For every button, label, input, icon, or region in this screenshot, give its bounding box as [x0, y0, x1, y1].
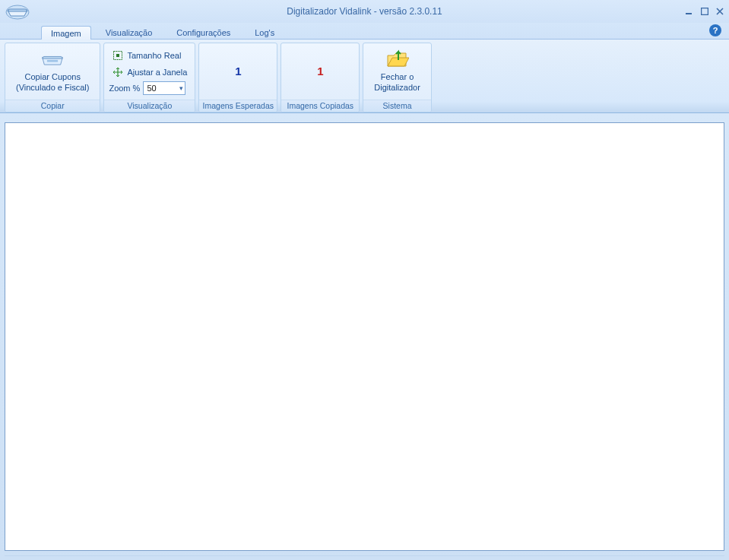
image-canvas[interactable] [5, 122, 724, 551]
svg-rect-3 [47, 60, 58, 62]
zoom-select[interactable]: 50 ▾ [143, 81, 185, 95]
maximize-button[interactable] [700, 7, 709, 16]
help-icon[interactable]: ? [709, 24, 721, 36]
ajustar-janela-button[interactable]: Ajustar a Janela [109, 65, 190, 80]
svg-rect-1 [686, 13, 692, 14]
dropdown-arrow-icon: ▾ [179, 84, 183, 92]
imagens-copiadas-count: 1 [286, 54, 354, 88]
group-imagens-copiadas: 1 Imagens Copiadas [281, 43, 360, 112]
group-copiar: Copiar Cupons (Vinculado e Fiscal) Copia… [5, 43, 100, 112]
content-area [0, 113, 729, 561]
fit-window-icon [112, 66, 124, 78]
app-icon[interactable] [5, 2, 30, 21]
group-visualizacao: Tamanho Real Ajustar a Janela Zoom % 50 [103, 43, 195, 112]
ribbon: Copiar Cupons (Vinculado e Fiscal) Copia… [0, 40, 729, 113]
tabs-row: Imagem Visualização Configurações Log's … [0, 23, 729, 40]
tamanho-real-button[interactable]: Tamanho Real [109, 48, 190, 63]
window-controls [685, 7, 724, 16]
zoom-row: Zoom % 50 ▾ [109, 81, 190, 95]
copiar-cupons-label-2: (Vinculado e Fiscal) [16, 83, 89, 93]
group-copiar-label: Copiar [5, 100, 100, 112]
tab-visualizacao[interactable]: Visualização [96, 25, 163, 39]
imagens-esperadas-count: 1 [204, 54, 272, 88]
tab-configuracoes[interactable]: Configurações [166, 25, 240, 39]
fechar-label-1: Fechar o [374, 72, 420, 83]
close-button[interactable] [715, 7, 724, 16]
fechar-digitalizador-button[interactable]: Fechar o Digitalizador [368, 46, 426, 96]
tab-logs[interactable]: Log's [245, 25, 284, 39]
fechar-label-2: Digitalizador [374, 83, 420, 93]
group-imagens-copiadas-label: Imagens Copiadas [281, 100, 359, 112]
title-bar: Digitalizador Vidalink - versão 2.3.0.11 [0, 0, 729, 23]
copiar-cupons-label-1: Copiar Cupons [16, 72, 89, 83]
group-sistema-label: Sistema [363, 100, 431, 112]
minimize-button[interactable] [685, 7, 694, 16]
svg-rect-5 [116, 54, 119, 57]
tamanho-real-label: Tamanho Real [127, 51, 181, 60]
copiar-cupons-button[interactable]: Copiar Cupons (Vinculado e Fiscal) [10, 46, 95, 96]
scanner-icon [40, 49, 65, 69]
zoom-label: Zoom % [109, 84, 140, 93]
ajustar-janela-label: Ajustar a Janela [127, 68, 187, 77]
svg-rect-2 [702, 8, 708, 15]
folder-exit-icon [385, 49, 410, 69]
window-title: Digitalizador Vidalink - versão 2.3.0.11 [287, 6, 442, 17]
group-imagens-esperadas-label: Imagens Esperadas [199, 100, 277, 112]
tab-imagem[interactable]: Imagem [41, 26, 91, 40]
group-visualizacao-label: Visualização [104, 100, 195, 112]
group-sistema: Fechar o Digitalizador Sistema [363, 43, 432, 112]
actual-size-icon [112, 49, 124, 62]
zoom-value: 50 [147, 84, 156, 93]
bottom-separator [5, 555, 724, 560]
group-imagens-esperadas: 1 Imagens Esperadas [198, 43, 277, 112]
